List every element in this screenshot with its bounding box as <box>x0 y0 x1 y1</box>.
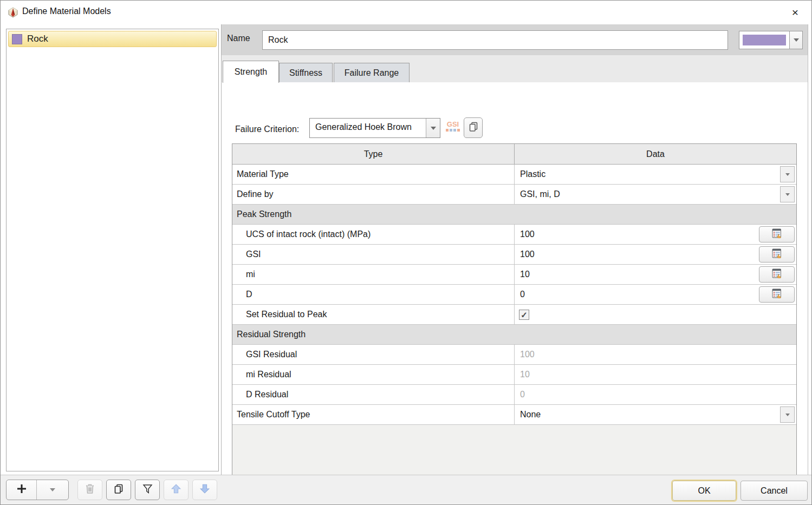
filter-funnel-icon <box>142 484 153 496</box>
row-label: mi <box>232 265 515 284</box>
name-label: Name <box>227 34 250 43</box>
table-row: D0 <box>232 285 796 305</box>
list-pick-icon <box>772 288 782 301</box>
row-label: mi Residual <box>232 365 515 384</box>
table-row: mi Residual10 <box>232 365 796 385</box>
gsi-icon: GSI <box>444 120 462 128</box>
row-value[interactable]: 0 <box>515 290 525 299</box>
color-dropdown-button[interactable] <box>789 31 802 49</box>
tab-failure-range[interactable]: Failure Range <box>334 63 410 82</box>
tab-strip: Strength Stiffness Failure Range <box>222 55 808 82</box>
trash-icon <box>85 483 95 496</box>
statistics-picker-button[interactable] <box>759 266 795 283</box>
window-title: Define Material Models <box>22 6 111 16</box>
failure-criterion-value: Generalized Hoek Brown <box>310 119 426 137</box>
row-data-cell: None <box>515 405 796 424</box>
filter-materials-button[interactable] <box>135 480 160 500</box>
list-pick-icon <box>772 228 782 241</box>
failure-criterion-select[interactable]: Generalized Hoek Brown <box>309 118 440 138</box>
arrow-down-icon <box>199 483 210 496</box>
row-value[interactable]: 10 <box>515 270 530 279</box>
tab-strength[interactable]: Strength <box>223 61 279 83</box>
tab-strength-label: Strength <box>235 67 267 77</box>
row-data-cell: 100 <box>515 225 796 244</box>
row-data-cell: 100 <box>515 345 796 364</box>
material-list[interactable]: Rock <box>6 29 219 471</box>
add-material-button[interactable] <box>7 480 37 500</box>
cancel-button[interactable]: Cancel <box>740 481 808 501</box>
move-up-button[interactable] <box>164 480 189 500</box>
row-label: GSI Residual <box>232 345 515 364</box>
chevron-down-icon <box>794 38 799 42</box>
app-icon <box>8 7 18 18</box>
material-color-swatch <box>743 35 786 45</box>
plus-icon <box>16 483 28 497</box>
chevron-down-icon <box>785 414 790 416</box>
copy-pages-icon <box>113 483 124 496</box>
column-header-data: Data <box>515 144 796 164</box>
row-value: Plastic <box>515 169 545 179</box>
row-value[interactable]: 100 <box>515 250 535 259</box>
material-color-picker[interactable] <box>739 31 803 49</box>
move-down-button[interactable] <box>192 480 217 500</box>
statistics-picker-button[interactable] <box>759 286 795 303</box>
row-label: D Residual <box>232 385 515 404</box>
section-row: Residual Strength <box>232 325 796 345</box>
set-residual-checkbox[interactable]: ✓ <box>519 310 529 320</box>
chevron-down-icon <box>785 173 790 176</box>
table-row: UCS of intact rock (intact) (MPa)100 <box>232 225 796 245</box>
row-value[interactable]: 100 <box>515 229 535 239</box>
material-properties-table: Type Data Material TypePlasticDefine byG… <box>232 143 797 489</box>
row-label: UCS of intact rock (intact) (MPa) <box>232 225 515 244</box>
name-band: Name <box>222 24 808 55</box>
row-label: Material Type <box>232 165 515 184</box>
copy-material-button[interactable] <box>106 480 131 500</box>
section-label: Residual Strength <box>232 330 306 339</box>
copy-properties-button[interactable] <box>464 117 483 138</box>
delete-material-button[interactable] <box>77 480 102 500</box>
column-header-type: Type <box>232 144 515 164</box>
table-row: GSI Residual100 <box>232 345 796 365</box>
failure-criterion-dropdown-button[interactable] <box>426 119 440 137</box>
statistics-picker-button[interactable] <box>759 246 795 263</box>
gsi-calculator-button[interactable]: GSI <box>444 119 462 137</box>
checkmark-icon: ✓ <box>521 311 528 319</box>
add-material-menu-button[interactable] <box>37 480 68 500</box>
strength-tab-content: Failure Criterion: Generalized Hoek Brow… <box>222 82 808 499</box>
row-label: GSI <box>232 245 515 264</box>
row-label: D <box>232 285 515 304</box>
tab-failure-range-label: Failure Range <box>345 68 399 78</box>
define-material-models-dialog: Define Material Models × Rock Name Stren… <box>0 0 812 505</box>
row-value: 0 <box>515 390 525 399</box>
row-value: 100 <box>515 350 535 359</box>
statistics-picker-button[interactable] <box>759 226 795 242</box>
row-dropdown-button[interactable] <box>780 406 795 423</box>
row-dropdown-button[interactable] <box>780 186 795 202</box>
row-label: Define by <box>232 185 515 204</box>
tab-stiffness-label: Stiffness <box>289 68 322 78</box>
row-data-cell: Plastic <box>515 165 796 184</box>
row-value: GSI, mi, D <box>515 189 560 199</box>
chevron-down-icon <box>431 127 436 130</box>
row-label: Tensile Cutoff Type <box>232 405 515 424</box>
row-data-cell: ✓ <box>515 305 796 324</box>
bottom-bar: OK Cancel <box>1 475 811 505</box>
table-row: Material TypePlastic <box>232 165 796 185</box>
row-data-cell: 10 <box>515 365 796 384</box>
table-header: Type Data <box>232 144 796 165</box>
material-name-input[interactable] <box>262 30 728 50</box>
row-data-cell: 10 <box>515 265 796 284</box>
material-item-label: Rock <box>27 34 48 44</box>
row-data-cell: 100 <box>515 245 796 264</box>
copy-pages-icon <box>468 121 479 134</box>
section-label: Peak Strength <box>232 209 291 219</box>
close-button[interactable]: × <box>788 5 803 20</box>
row-dropdown-button[interactable] <box>780 166 795 182</box>
tab-stiffness[interactable]: Stiffness <box>279 63 333 82</box>
row-value: None <box>515 410 541 419</box>
gsi-icon-squares <box>444 129 462 132</box>
material-list-item-rock[interactable]: Rock <box>8 31 217 47</box>
ok-button[interactable]: OK <box>672 481 736 501</box>
table-row: mi10 <box>232 265 796 285</box>
chevron-down-icon <box>785 193 790 196</box>
